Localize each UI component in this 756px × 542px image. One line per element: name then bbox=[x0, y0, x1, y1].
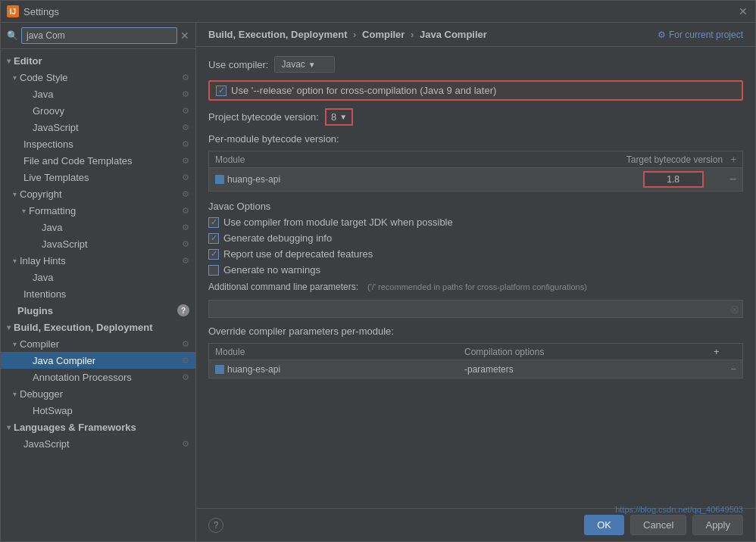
javac-option-1-checkbox[interactable] bbox=[208, 217, 219, 228]
settings-icon: ⚙ bbox=[182, 73, 189, 83]
override-module-icon bbox=[215, 365, 224, 374]
override-row: huang-es-api -parameters − bbox=[209, 360, 742, 378]
sidebar-item-code-style[interactable]: Code Style ⚙ bbox=[1, 69, 195, 86]
sidebar-label: Inlay Hints bbox=[20, 255, 66, 266]
override-module-cell: huang-es-api bbox=[215, 364, 464, 375]
sidebar-item-inspections[interactable]: Inspections ⚙ bbox=[1, 136, 195, 152]
additional-params-label: Additional command line parameters: bbox=[208, 282, 358, 292]
sidebar-item-java-inlay[interactable]: Java bbox=[1, 269, 195, 285]
javac-option-4-checkbox[interactable] bbox=[208, 265, 219, 276]
settings-icon: ⚙ bbox=[182, 123, 189, 132]
sidebar-item-java[interactable]: Java ⚙ bbox=[1, 86, 195, 102]
sidebar-item-compiler[interactable]: Compiler ⚙ bbox=[1, 335, 195, 352]
app-icon: IJ bbox=[7, 5, 19, 17]
apply-button[interactable]: Apply bbox=[692, 515, 743, 535]
sidebar-item-debugger[interactable]: Debugger bbox=[1, 385, 195, 402]
additional-params-input-container: ⊗ bbox=[208, 300, 743, 318]
version-input[interactable]: 1.8 bbox=[643, 171, 704, 188]
settings-icon: ⚙ bbox=[182, 239, 189, 249]
sidebar-item-javascript-fw[interactable]: JavaScript ⚙ bbox=[1, 435, 195, 452]
sidebar-item-build-exec[interactable]: Build, Execution, Deployment bbox=[1, 319, 195, 335]
search-clear-button[interactable]: ✕ bbox=[180, 30, 189, 42]
dialog-title: Settings bbox=[23, 6, 59, 17]
sidebar-label: File and Code Templates bbox=[23, 155, 133, 167]
input-clear-icon: ⊗ bbox=[729, 302, 739, 316]
sidebar-item-lang-frameworks[interactable]: Languages & Frameworks bbox=[1, 419, 195, 435]
expand-icon bbox=[13, 390, 17, 398]
sidebar-item-hotswap[interactable]: HotSwap bbox=[1, 402, 195, 419]
sidebar-item-annotation-proc[interactable]: Annotation Processors ⚙ bbox=[1, 369, 195, 385]
settings-icon: ⚙ bbox=[182, 356, 189, 366]
sidebar-item-javascript-style[interactable]: JavaScript ⚙ bbox=[1, 119, 195, 136]
settings-icon: ⚙ bbox=[182, 189, 189, 199]
use-compiler-label: Use compiler: bbox=[208, 59, 268, 70]
bytecode-label: Project bytecode version: bbox=[208, 111, 319, 123]
remove-module-button[interactable]: − bbox=[729, 173, 736, 186]
settings-icon: ⚙ bbox=[182, 173, 189, 182]
footer-right: OK Cancel Apply bbox=[584, 515, 743, 535]
content-area: 🔍 ✕ Editor Code Style ⚙ bbox=[1, 23, 755, 541]
sidebar-item-live-templates[interactable]: Live Templates ⚙ bbox=[1, 169, 195, 185]
module-icon bbox=[215, 175, 224, 184]
expand-icon bbox=[13, 73, 17, 82]
help-button[interactable]: ? bbox=[208, 518, 223, 533]
bytecode-dropdown[interactable]: 8 ▼ bbox=[325, 108, 353, 126]
sidebar-label: Plugins bbox=[17, 305, 53, 316]
version-cell: 1.8 bbox=[620, 171, 726, 188]
table-row: huang-es-api 1.8 − bbox=[209, 168, 742, 191]
sidebar-item-javascript-copyright[interactable]: JavaScript ⚙ bbox=[1, 235, 195, 252]
sidebar-label: Editor bbox=[14, 55, 42, 67]
sidebar-label: Languages & Frameworks bbox=[14, 422, 136, 433]
additional-params-input[interactable] bbox=[209, 301, 742, 317]
ok-button[interactable]: OK bbox=[584, 515, 624, 535]
sidebar-item-java-copyright[interactable]: Java ⚙ bbox=[1, 219, 195, 235]
override-options-cell: -parameters bbox=[464, 364, 714, 375]
add-module-button[interactable]: + bbox=[730, 154, 736, 165]
search-input[interactable] bbox=[21, 27, 177, 44]
sidebar-item-editor[interactable]: Editor bbox=[1, 52, 195, 69]
sidebar-label: Groovy bbox=[33, 105, 64, 117]
breadcrumb-current: Java Compiler bbox=[420, 29, 487, 40]
release-option-label: Use '--release' option for cross-compila… bbox=[231, 85, 496, 96]
javac-option-2-checkbox[interactable] bbox=[208, 233, 219, 244]
override-add-button[interactable]: + bbox=[714, 346, 736, 357]
sidebar-item-intentions[interactable]: Intentions bbox=[1, 285, 195, 302]
close-button[interactable]: ✕ bbox=[737, 5, 749, 17]
search-icon: 🔍 bbox=[7, 30, 18, 41]
javac-option-3-label: Report use of deprecated features bbox=[223, 248, 373, 260]
settings-icon: ⚙ bbox=[182, 139, 189, 149]
sidebar-label: JavaScript bbox=[42, 238, 88, 250]
expand-icon bbox=[13, 257, 17, 265]
sidebar-item-file-templates[interactable]: File and Code Templates ⚙ bbox=[1, 152, 195, 169]
javac-option-4-label: Generate no warnings bbox=[223, 264, 320, 276]
compiler-dropdown[interactable]: Javac ▼ bbox=[274, 56, 335, 73]
breadcrumb-part-1: Build, Execution, Deployment bbox=[208, 29, 347, 40]
sidebar-item-inlay-hints[interactable]: Inlay Hints ⚙ bbox=[1, 252, 195, 269]
sidebar-label: Debugger bbox=[20, 388, 63, 400]
release-option-checkbox[interactable] bbox=[216, 86, 226, 96]
javac-option-4: Generate no warnings bbox=[208, 264, 743, 276]
sidebar-item-java-compiler[interactable]: Java Compiler ⚙ bbox=[1, 352, 195, 369]
sidebar-label: JavaScript bbox=[33, 122, 79, 133]
sidebar-label: Annotation Processors bbox=[33, 372, 132, 383]
settings-icon: ⚙ bbox=[182, 256, 189, 266]
additional-params-header: Additional command line parameters: ('/'… bbox=[208, 282, 743, 292]
cancel-button[interactable]: Cancel bbox=[630, 515, 686, 535]
sidebar-label: Java bbox=[33, 89, 53, 100]
javac-option-2: Generate debugging info bbox=[208, 232, 743, 244]
expand-icon bbox=[22, 207, 26, 215]
for-project-button[interactable]: ⚙ For current project bbox=[658, 30, 743, 40]
breadcrumb-sep-1: › bbox=[353, 29, 359, 40]
sidebar-item-groovy[interactable]: Groovy ⚙ bbox=[1, 102, 195, 119]
sidebar-label: HotSwap bbox=[33, 405, 73, 416]
expand-icon bbox=[7, 323, 11, 332]
per-module-label: Per-module bytecode version: bbox=[208, 133, 743, 145]
sidebar-item-plugins[interactable]: Plugins ? bbox=[1, 302, 195, 319]
override-remove-button[interactable]: − bbox=[714, 363, 736, 375]
javac-option-2-label: Generate debugging info bbox=[223, 232, 332, 244]
sidebar-item-copyright[interactable]: Copyright ⚙ bbox=[1, 185, 195, 202]
sidebar-label: Java bbox=[42, 222, 62, 233]
sidebar-label: Java bbox=[33, 272, 53, 283]
javac-option-3-checkbox[interactable] bbox=[208, 249, 219, 260]
sidebar-item-formatting[interactable]: Formatting ⚙ bbox=[1, 202, 195, 219]
